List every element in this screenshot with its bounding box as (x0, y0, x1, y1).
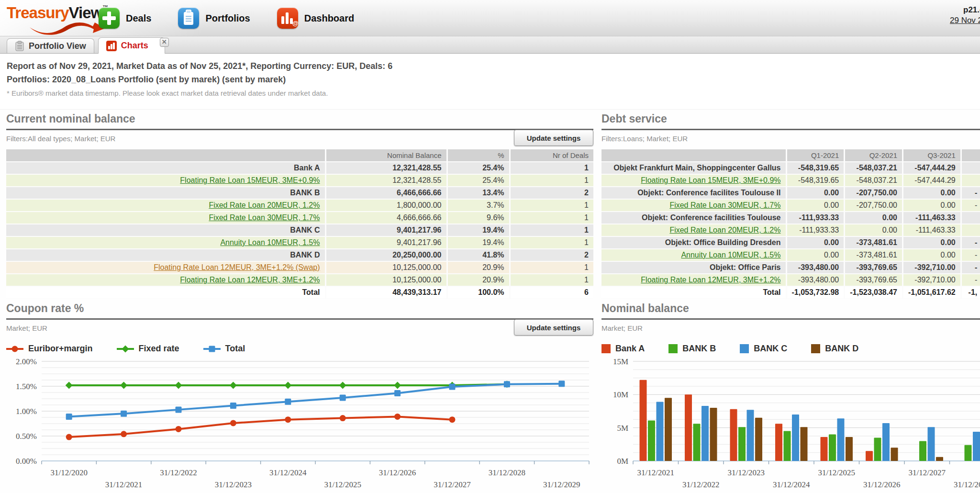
column-header: Q2-2021 (845, 149, 903, 162)
bar[interactable] (973, 432, 980, 461)
x-axis-label: 31/12/2024 (269, 468, 307, 477)
table-row: Floating Rate Loan 12MEUR, 3ME+1.2% (Swa… (6, 261, 593, 274)
bar[interactable] (685, 394, 692, 461)
y-axis-label: 10M (613, 390, 628, 399)
loan-link[interactable]: Floating Rate Loan 12MEUR, 3ME+1.2% (Swa… (154, 263, 320, 271)
cell-value: 6 (510, 286, 593, 299)
table-row: BANK B6,466,666.6613.4%2 (6, 187, 593, 199)
nominal-balance-chart: 15M10M5M0M31/12/202131/12/202231/12/2023… (601, 357, 980, 489)
bar[interactable] (665, 398, 672, 461)
bar[interactable] (702, 406, 709, 461)
cell-value: -111,463.33 (903, 224, 961, 236)
report-footnote: * Euribors® market data timestamp. Pleas… (7, 89, 392, 97)
loan-link[interactable]: Floating Rate Loan 12MEUR, 3ME+1.2% (180, 276, 320, 284)
x-axis-label: 31/12/2023 (215, 480, 252, 489)
cell-value: 2 (510, 187, 593, 199)
loan-link[interactable]: Fixed Rate Loan 20MEUR, 1.2% (209, 201, 320, 209)
nav-portfolios[interactable]: Portfolios (178, 8, 250, 29)
data-point (176, 406, 182, 413)
row-name: BANK C (6, 224, 325, 236)
legend-item[interactable]: Bank A (601, 344, 645, 354)
loan-link[interactable]: Floating Rate Loan 15MEUR, 3ME+0.9% (641, 176, 780, 184)
bar[interactable] (891, 448, 898, 461)
cell-value: 1 (510, 199, 593, 212)
nav-portfolios-label: Portfolios (205, 13, 250, 24)
loan-link[interactable]: Annuity Loan 10MEUR, 1.5% (220, 238, 320, 246)
legend-item[interactable]: BANK D (811, 344, 858, 354)
bar[interactable] (730, 409, 737, 461)
cell-value: 12,321,428.55 (325, 162, 447, 174)
nav-dashboard[interactable]: @ Dashboard (277, 8, 354, 29)
y-axis-label: 15M (613, 357, 628, 366)
app-logo: TreasuryView™ (7, 4, 107, 34)
data-point (394, 381, 401, 389)
report-line-1: Report as of Nov 29, 2021, Market Data a… (7, 59, 392, 73)
cell-value: -392,710.00 (903, 274, 961, 286)
loan-link[interactable]: Floating Rate Loan 15MEUR, 3ME+0.9% (180, 176, 320, 184)
loan-link[interactable]: Fixed Rate Loan 30MEUR, 1.7% (669, 201, 780, 209)
legend-item[interactable]: Total (203, 344, 245, 354)
bar[interactable] (657, 402, 664, 461)
cell-value: -207,750.00 (845, 187, 903, 199)
bar[interactable] (775, 424, 782, 461)
cell-value: 20.9% (447, 261, 510, 274)
legend-label: Total (225, 344, 245, 354)
loan-link[interactable]: Fixed Rate Loan 20MEUR, 1.2% (669, 226, 780, 234)
line-series (69, 384, 562, 417)
bar[interactable] (792, 415, 799, 461)
bar[interactable] (829, 435, 836, 461)
bar[interactable] (747, 410, 754, 461)
nominal-chart-legend: Bank ABANK BBANK CBANK D (601, 344, 980, 354)
loan-link[interactable]: Annuity Loan 10MEUR, 1.5% (681, 251, 780, 259)
update-settings-button[interactable]: Update settings (514, 130, 593, 146)
x-axis-label: 31/12/2023 (728, 468, 765, 477)
clipboard-icon (178, 8, 199, 29)
cell-value: 0.00 (903, 187, 961, 199)
table-row: Annuity Loan 10MEUR, 1.5%0.00-373,481.61… (601, 249, 980, 261)
table-row: Bank A12,321,428.5525.4%1 (6, 162, 593, 174)
close-icon[interactable]: ✕ (160, 38, 169, 47)
cell-value: 48,439,313.17 (325, 286, 447, 299)
bar[interactable] (882, 423, 890, 461)
bar[interactable] (738, 427, 746, 461)
bar[interactable] (640, 380, 647, 461)
cell-value: 13.4% (447, 187, 510, 199)
bar[interactable] (837, 418, 845, 461)
bar[interactable] (710, 408, 717, 461)
bar[interactable] (693, 424, 701, 461)
x-axis-label: 31/12/2025 (324, 480, 361, 489)
bar[interactable] (919, 441, 926, 461)
loan-link[interactable]: Floating Rate Loan 12MEUR, 3ME+1.2% (641, 276, 780, 284)
tab-portfolio-view[interactable]: Portfolio View (7, 38, 94, 53)
bar[interactable] (866, 451, 873, 461)
bar[interactable] (648, 420, 655, 461)
legend-item[interactable]: Fixed rate (117, 344, 179, 354)
cell-value: 100.0% (447, 286, 510, 299)
data-point (230, 403, 236, 409)
bar[interactable] (755, 418, 762, 461)
row-name: Annuity Loan 10MEUR, 1.5% (601, 249, 786, 261)
legend-item[interactable]: Euribor+margin (6, 344, 93, 354)
data-point (66, 381, 73, 389)
bar[interactable] (846, 437, 853, 461)
panel-filters: Filters:Loans; Market; EUR (601, 134, 980, 143)
cell-value: 1 (510, 212, 593, 224)
bar[interactable] (928, 427, 935, 461)
update-settings-button[interactable]: Update settings (514, 319, 593, 336)
bar[interactable] (801, 427, 808, 461)
tab-charts[interactable]: Charts ✕ (98, 37, 165, 54)
bar[interactable] (784, 431, 791, 461)
cell-value: - (961, 187, 980, 199)
bar[interactable] (874, 437, 881, 461)
cell-value: -393,480.00 (786, 274, 845, 286)
bar[interactable] (936, 457, 943, 461)
bar[interactable] (821, 437, 828, 461)
legend-item[interactable]: BANK C (740, 344, 787, 354)
nav-deals[interactable]: Deals (99, 8, 151, 29)
loan-link[interactable]: Fixed Rate Loan 30MEUR, 1.7% (209, 213, 320, 222)
bar[interactable] (965, 445, 972, 461)
clipboard-icon (15, 41, 24, 51)
legend-item[interactable]: BANK B (668, 344, 716, 354)
report-date-link[interactable]: 29 Nov 20 (950, 15, 980, 26)
cell-value: -1,053,732.98 (786, 286, 845, 299)
